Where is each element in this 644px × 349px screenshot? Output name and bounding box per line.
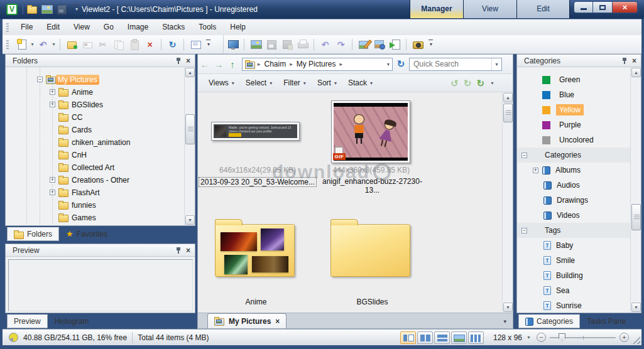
rotate-left-icon[interactable]: ↺ (450, 78, 459, 89)
category-item-building[interactable]: TBuilding (517, 268, 630, 283)
folder-name[interactable]: BGSlides (314, 298, 430, 306)
menu-filter[interactable]: Filter▾ (278, 78, 312, 87)
scrollbar-thumb[interactable] (185, 114, 195, 144)
tab-favorites[interactable]: ★Favorites (59, 227, 114, 241)
file-thumbnail[interactable]: Madie, you're getting noticed. Joshua an… (211, 122, 300, 141)
category-item-sunrise[interactable]: TSunrise (517, 298, 630, 313)
rename-button[interactable] (80, 37, 94, 51)
zoom-out-button[interactable]: − (537, 333, 546, 342)
tree-item-my-pictures[interactable]: −My Pictures (6, 73, 184, 86)
scroll-up-icon[interactable]: ▲ (631, 68, 641, 77)
tab-my-pictures[interactable]: My Pictures × (207, 313, 287, 328)
tree-item-games[interactable]: Games (6, 212, 184, 224)
undo-button[interactable]: ↶ (36, 37, 50, 51)
tree-item-bgslides[interactable]: +BGSlides (6, 99, 184, 111)
thumbnails-view-button[interactable] (468, 331, 484, 344)
image-button[interactable] (248, 37, 263, 51)
save-icon[interactable] (56, 4, 67, 14)
new-item-button[interactable] (14, 37, 29, 51)
tree-scrollbar[interactable]: ▲ ▼ (184, 67, 195, 225)
viewer-button[interactable] (226, 37, 240, 51)
add-folder-button[interactable] (64, 37, 79, 51)
image-view-button[interactable] (451, 331, 467, 344)
tree-item-chiken-animation[interactable]: chiken_animation (6, 136, 184, 149)
tree-item-flashart[interactable]: +FlashArt (6, 186, 184, 199)
tree-item-creations-other[interactable]: +Creations - Other (6, 174, 184, 186)
expander-plus-icon[interactable]: + (533, 168, 538, 173)
scroll-down-icon[interactable]: ▼ (503, 303, 513, 312)
ribbon-tab-edit[interactable]: Edit (516, 0, 570, 18)
zoom-in-button[interactable]: + (619, 333, 629, 342)
tree-item-cards[interactable]: Cards (6, 124, 184, 136)
category-color-yellow[interactable]: Yellow (517, 102, 630, 117)
menu-stack[interactable]: Stack▾ (342, 78, 378, 87)
pin-icon[interactable] (175, 247, 182, 254)
auto-rotate-icon[interactable]: ↻ (476, 78, 484, 89)
pin-icon[interactable] (621, 57, 628, 64)
menu-image[interactable]: Image (121, 19, 155, 35)
menu-help[interactable]: Help (223, 19, 253, 35)
scroll-down-icon[interactable]: ▼ (185, 215, 195, 225)
group-header-tags[interactable]: −Tags (517, 223, 630, 238)
breadcrumb-chaim[interactable]: Chaim (265, 60, 287, 68)
ribbon-tab-view[interactable]: View (463, 0, 516, 18)
category-item-albums[interactable]: +Albums (517, 163, 630, 178)
category-item-baby[interactable]: TBaby (517, 238, 630, 253)
menu-sort[interactable]: Sort▾ (312, 78, 342, 87)
explorer-view-button[interactable] (400, 331, 416, 344)
expander-minus-icon[interactable]: − (37, 77, 43, 82)
expander-plus-icon[interactable]: + (50, 89, 55, 95)
file-name[interactable]: anigif_enhanced-buzz-27230-13... (314, 177, 430, 195)
search-dropdown-icon[interactable]: ▾ (491, 58, 501, 70)
redo-arrow-button[interactable]: ↷ (334, 37, 348, 51)
properties-button[interactable] (188, 37, 202, 51)
category-item-audios[interactable]: Audios (517, 178, 630, 193)
category-color-purple[interactable]: Purple (517, 117, 630, 132)
dropdown-icon[interactable]: ▾ (51, 41, 57, 47)
resize-grip-icon[interactable] (633, 336, 640, 344)
file-thumbnail[interactable]: GIF (331, 100, 410, 163)
toolbar-grip[interactable] (6, 23, 9, 32)
tree-item-collected-art[interactable]: Collected Art (6, 161, 184, 174)
file-name[interactable]: 2013-09-23 20_50_53-Welcome... (198, 177, 317, 187)
back-icon[interactable]: ← (198, 59, 212, 70)
close-panel-icon[interactable]: × (186, 57, 190, 65)
scrollbar-thumb[interactable] (631, 204, 641, 230)
category-item-sea[interactable]: TSea (517, 283, 630, 298)
categories-scrollbar[interactable]: ▲ ▼ (630, 67, 641, 313)
edit-image-button[interactable] (356, 37, 371, 51)
breadcrumb[interactable]: ▸Chaim▸My Pictures▸ ▾ (242, 58, 393, 71)
capture-button[interactable] (410, 37, 425, 51)
close-button[interactable]: × (613, 1, 638, 13)
menu-file[interactable]: File (14, 19, 40, 35)
breadcrumb-dropdown-icon[interactable]: ▾ (387, 62, 390, 67)
delete-button[interactable]: × (143, 37, 157, 51)
print-button[interactable] (295, 37, 310, 51)
menu-select[interactable]: Select▾ (240, 78, 278, 87)
maximize-button[interactable] (593, 1, 613, 13)
ribbon-tab-manager[interactable]: Manager (410, 0, 463, 18)
split-view-button[interactable] (434, 331, 450, 344)
refresh-button[interactable]: ↻ (165, 37, 180, 51)
expander-plus-icon[interactable]: + (50, 190, 55, 195)
menu-views[interactable]: Views▾ (203, 78, 240, 87)
up-icon[interactable]: ↑ (226, 59, 239, 70)
expander-minus-icon[interactable]: − (521, 153, 527, 158)
save-as-button[interactable] (280, 37, 294, 51)
thumbnail-size-slider[interactable] (550, 337, 616, 338)
category-color-blue[interactable]: Blue (517, 87, 630, 102)
content-scrollbar[interactable]: ▲ ▼ (502, 92, 513, 313)
scrollbar-thumb[interactable] (503, 104, 513, 122)
scroll-down-icon[interactable]: ▼ (631, 303, 641, 312)
menu-go[interactable]: Go (97, 19, 121, 35)
toolbar-overflow-icon[interactable]: ▾ (427, 41, 435, 47)
tab-folders[interactable]: Folders (7, 227, 59, 241)
search-input[interactable] (410, 60, 491, 68)
menu-tools[interactable]: Tools (192, 19, 223, 35)
slider-thumb[interactable] (559, 333, 565, 342)
menu-stacks[interactable]: Stacks (155, 19, 192, 35)
toolbar-grip[interactable] (6, 40, 9, 49)
close-panel-icon[interactable]: × (186, 247, 190, 254)
folder-thumbnail-anime[interactable] (215, 224, 295, 277)
tab-list-dropdown-icon[interactable]: ▾ (503, 318, 506, 325)
